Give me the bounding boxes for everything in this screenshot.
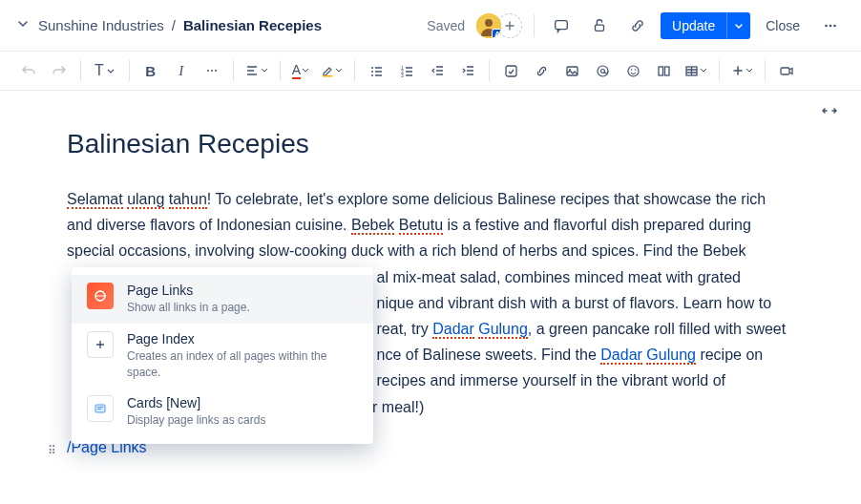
svg-rect-26 bbox=[664, 67, 669, 75]
action-item-icon[interactable] bbox=[497, 57, 524, 84]
svg-point-12 bbox=[371, 71, 373, 73]
undo-icon[interactable] bbox=[15, 57, 42, 84]
drag-handle-icon[interactable]: ⠿ bbox=[48, 444, 56, 457]
svg-point-13 bbox=[371, 74, 373, 76]
popup-item-title: Cards [New] bbox=[127, 395, 358, 410]
emoji-icon[interactable] bbox=[620, 57, 646, 84]
toolbar-separator bbox=[80, 60, 81, 81]
close-button[interactable]: Close bbox=[758, 12, 808, 39]
indent-icon[interactable] bbox=[454, 57, 481, 84]
svg-rect-2 bbox=[556, 20, 568, 29]
svg-rect-32 bbox=[97, 407, 103, 408]
svg-text:3: 3 bbox=[401, 73, 404, 78]
popup-item-page-index[interactable]: Page Index Creates an index of all pages… bbox=[72, 324, 373, 388]
collapse-chevron-icon[interactable] bbox=[15, 16, 31, 34]
update-button[interactable]: Update bbox=[661, 12, 726, 39]
saved-status: Saved bbox=[427, 18, 465, 33]
popup-item-cards[interactable]: Cards [New] Display page links as cards bbox=[72, 388, 373, 436]
popup-item-desc: Display page links as cards bbox=[127, 412, 358, 429]
highlight-icon[interactable] bbox=[317, 57, 346, 84]
svg-rect-33 bbox=[97, 409, 101, 410]
page-index-icon bbox=[87, 331, 114, 358]
svg-point-24 bbox=[634, 69, 636, 71]
avatar[interactable]: A bbox=[476, 13, 501, 38]
divider bbox=[534, 14, 535, 37]
text-color-icon[interactable]: A bbox=[288, 57, 313, 84]
text-style-dropdown[interactable]: T bbox=[89, 57, 121, 84]
update-dropdown-icon[interactable] bbox=[726, 12, 750, 39]
svg-point-9 bbox=[215, 70, 217, 72]
popup-item-title: Page Index bbox=[127, 331, 358, 346]
table-icon[interactable] bbox=[681, 57, 711, 84]
svg-point-30 bbox=[99, 344, 101, 346]
italic-icon[interactable]: I bbox=[168, 57, 195, 84]
outdent-icon[interactable] bbox=[424, 57, 451, 84]
svg-point-1 bbox=[485, 19, 493, 27]
svg-point-11 bbox=[371, 67, 373, 69]
bold-icon[interactable]: B bbox=[137, 57, 164, 84]
avatar-group: A bbox=[476, 13, 522, 38]
comment-icon[interactable] bbox=[546, 10, 577, 41]
popup-item-page-links[interactable]: Page Links Show all links in a page. bbox=[72, 275, 373, 324]
layouts-icon[interactable] bbox=[650, 57, 677, 84]
svg-rect-3 bbox=[596, 25, 604, 31]
align-icon[interactable] bbox=[242, 57, 272, 84]
slash-command-popup: Page Links Show all links in a page. Pag… bbox=[72, 267, 373, 444]
svg-point-23 bbox=[630, 69, 632, 71]
lock-icon[interactable] bbox=[584, 10, 615, 41]
bullet-list-icon[interactable] bbox=[363, 57, 389, 84]
breadcrumb-space[interactable]: Sunshine Industries bbox=[38, 17, 164, 33]
more-icon[interactable] bbox=[815, 10, 846, 41]
cards-icon bbox=[87, 395, 114, 422]
svg-point-22 bbox=[628, 66, 639, 76]
redo-icon[interactable] bbox=[46, 57, 73, 84]
toolbar-separator bbox=[233, 60, 234, 81]
link-icon[interactable] bbox=[622, 10, 653, 41]
insert-link-icon[interactable] bbox=[528, 57, 555, 84]
page-links-icon bbox=[87, 283, 114, 309]
breadcrumb-title[interactable]: Balinesian Recepies bbox=[183, 17, 322, 33]
header: Sunshine Industries / Balinesian Recepie… bbox=[0, 0, 861, 52]
expand-width-icon[interactable] bbox=[821, 102, 838, 122]
camera-icon[interactable] bbox=[773, 57, 800, 84]
toolbar-separator bbox=[765, 60, 766, 81]
popup-item-desc: Show all links in a page. bbox=[127, 300, 358, 316]
page-title[interactable]: Balinesian Recepies bbox=[67, 129, 794, 159]
svg-point-7 bbox=[207, 70, 209, 72]
mention-icon[interactable] bbox=[589, 57, 616, 84]
insert-icon[interactable] bbox=[727, 57, 757, 84]
svg-point-5 bbox=[830, 24, 832, 27]
popup-item-desc: Creates an index of all pages within the… bbox=[127, 348, 358, 381]
toolbar: T B I A 123 bbox=[0, 52, 861, 91]
svg-rect-25 bbox=[659, 67, 663, 75]
svg-point-4 bbox=[825, 24, 828, 27]
svg-rect-10 bbox=[323, 75, 332, 77]
toolbar-separator bbox=[489, 60, 490, 81]
image-icon[interactable] bbox=[558, 57, 585, 84]
toolbar-separator bbox=[354, 60, 355, 81]
toolbar-separator bbox=[719, 60, 720, 81]
breadcrumb-separator: / bbox=[172, 17, 176, 33]
numbered-list-icon[interactable]: 123 bbox=[393, 57, 420, 84]
breadcrumb: Sunshine Industries / Balinesian Recepie… bbox=[38, 17, 322, 33]
svg-point-8 bbox=[211, 70, 213, 72]
more-formatting-icon[interactable] bbox=[199, 57, 225, 84]
update-button-group: Update bbox=[661, 12, 750, 39]
svg-rect-28 bbox=[781, 68, 789, 74]
svg-rect-17 bbox=[506, 66, 516, 76]
toolbar-separator bbox=[129, 60, 130, 81]
popup-item-title: Page Links bbox=[127, 283, 358, 298]
svg-point-6 bbox=[833, 24, 836, 27]
svg-point-20 bbox=[598, 66, 608, 76]
toolbar-separator bbox=[280, 60, 281, 81]
